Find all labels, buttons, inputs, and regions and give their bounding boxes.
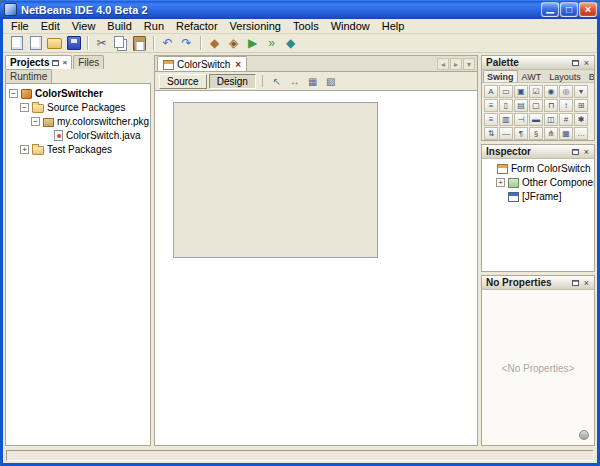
open-project-icon[interactable] [45, 35, 64, 52]
buttongroup-icon[interactable]: ◎ [559, 85, 573, 98]
jspinner-icon[interactable]: ⇅ [484, 127, 498, 140]
jtree-icon[interactable]: ⋔ [544, 127, 558, 140]
project-node-colorswitcher[interactable]: −ColorSwitcher [6, 86, 150, 100]
close-button[interactable]: × [579, 2, 597, 17]
run-file-icon[interactable]: » [262, 35, 281, 52]
jformattedtextfield-icon[interactable]: # [559, 113, 573, 126]
toggle-my-colorswitcher-pkg-icon[interactable]: − [31, 117, 40, 126]
view-design-button[interactable]: Design [209, 74, 256, 89]
preview-design-icon[interactable]: ▦ [305, 74, 321, 88]
view-source-button[interactable]: Source [159, 74, 207, 89]
run-main-project-icon[interactable]: ▶ [243, 35, 262, 52]
palette-tab-awt[interactable]: AWT [518, 70, 546, 82]
paste-icon[interactable] [130, 35, 149, 52]
jradiobutton-icon[interactable]: ◉ [544, 85, 558, 98]
jbutton-icon[interactable]: ▭ [499, 85, 513, 98]
jeditorpane-icon[interactable]: § [529, 127, 543, 140]
close-window-icon[interactable]: × [581, 277, 592, 288]
palette-header[interactable]: Palette × [482, 56, 594, 70]
maximize-button[interactable]: □ [560, 2, 578, 17]
jcombobox-icon[interactable]: ▾ [574, 85, 588, 98]
tab-list-icon[interactable]: ▾ [463, 58, 475, 70]
jcheckbox-icon[interactable]: ☑ [529, 85, 543, 98]
jtable-icon[interactable]: ▦ [559, 127, 573, 140]
close-tab-icon[interactable]: × [62, 59, 67, 67]
toggle-source-packages-icon[interactable]: − [20, 103, 29, 112]
jscrollpane-icon[interactable]: ⊞ [574, 99, 588, 112]
menu-item-refactor[interactable]: Refactor [170, 20, 224, 32]
jslider-icon[interactable]: ⊣ [514, 113, 528, 126]
jtogglebutton-icon[interactable]: ▣ [514, 85, 528, 98]
show-grid-icon[interactable]: ▧ [323, 74, 339, 88]
menu-item-file[interactable]: File [5, 20, 35, 32]
inspector-node-jframe[interactable]: [JFrame] [482, 189, 594, 203]
jpanel-icon[interactable]: ▢ [529, 99, 543, 112]
build-main-project-icon[interactable]: ◆ [205, 35, 224, 52]
cut-icon[interactable]: ✂ [92, 35, 111, 52]
jmenubar-icon[interactable]: ≡ [484, 113, 498, 126]
float-window-icon[interactable] [570, 57, 581, 68]
toggle-other-components-icon[interactable]: + [496, 178, 505, 187]
jsplitpane-icon[interactable]: ◫ [544, 113, 558, 126]
jpopupmenu-icon[interactable]: ▥ [499, 113, 513, 126]
palette-tab-layouts[interactable]: Layouts [545, 70, 585, 82]
inspector-node-form-colorswitch[interactable]: Form ColorSwitch [482, 161, 594, 175]
close-tab-icon[interactable]: × [235, 59, 241, 70]
menu-item-build[interactable]: Build [101, 20, 137, 32]
menu-item-versioning[interactable]: Versioning [224, 20, 287, 32]
toggle-colorswitcher-icon[interactable]: − [9, 89, 18, 98]
selection-mode-icon[interactable]: ↖ [269, 74, 285, 88]
editor-tab-colorswitch[interactable]: ColorSwitch × [157, 56, 247, 71]
connection-mode-icon[interactable]: ↔ [287, 74, 303, 88]
undo-icon[interactable]: ↶ [158, 35, 177, 52]
palette-tab-swing[interactable]: Swing [483, 70, 518, 82]
new-file-icon[interactable] [7, 35, 26, 52]
scroll-tabs-left-icon[interactable]: ◂ [437, 58, 449, 70]
minimize-button[interactable]: ▁ [541, 2, 559, 17]
explorer-tab-projects[interactable]: Projects× [5, 55, 72, 69]
inspector-header[interactable]: Inspector × [482, 145, 594, 159]
jtextarea-icon[interactable]: ▤ [514, 99, 528, 112]
jtextfield-icon[interactable]: ▯ [499, 99, 513, 112]
jscrollbar-icon[interactable]: ↕ [559, 99, 573, 112]
copy-icon[interactable] [111, 35, 130, 52]
project-node-my-colorswitcher-pkg[interactable]: −my.colorswitcher.pkg [6, 114, 150, 128]
save-all-icon[interactable] [64, 35, 83, 52]
toggle-test-packages-icon[interactable]: + [20, 145, 29, 154]
float-window-icon[interactable] [570, 277, 581, 288]
close-window-icon[interactable]: × [581, 146, 592, 157]
jtoolbar-icon[interactable]: … [574, 127, 588, 140]
title-bar[interactable]: NetBeans IDE 4.0 Beta 2 ▁ □ × [0, 0, 600, 19]
menu-item-window[interactable]: Window [325, 20, 376, 32]
properties-header[interactable]: No Properties × [482, 276, 594, 290]
project-node-source-packages[interactable]: −Source Packages [6, 100, 150, 114]
jframe-design-surface[interactable] [173, 102, 378, 258]
jtextpane-icon[interactable]: ¶ [514, 127, 528, 140]
jseparator-icon[interactable]: — [499, 127, 513, 140]
jtabbedpane-icon[interactable]: ⊓ [544, 99, 558, 112]
explorer-tab-runtime[interactable]: Runtime [5, 69, 52, 83]
menu-item-view[interactable]: View [66, 20, 102, 32]
close-window-icon[interactable]: × [581, 57, 592, 68]
debug-main-project-icon[interactable]: ◆ [281, 35, 300, 52]
jprogressbar-icon[interactable]: ▬ [529, 113, 543, 126]
redo-icon[interactable]: ↷ [177, 35, 196, 52]
design-canvas[interactable] [155, 91, 477, 445]
jpasswordfield-icon[interactable]: ✱ [574, 113, 588, 126]
new-project-icon[interactable] [26, 35, 45, 52]
float-tab-icon[interactable] [52, 60, 59, 66]
palette-tab-beans[interactable]: Beans [585, 70, 595, 82]
menu-item-run[interactable]: Run [138, 20, 170, 32]
help-circle-icon[interactable] [579, 430, 589, 440]
project-node-colorswitch-java[interactable]: ColorSwitch.java [6, 128, 150, 142]
menu-item-edit[interactable]: Edit [35, 20, 66, 32]
project-node-test-packages[interactable]: +Test Packages [6, 142, 150, 156]
menu-item-tools[interactable]: Tools [287, 20, 325, 32]
float-window-icon[interactable] [570, 146, 581, 157]
menu-item-help[interactable]: Help [376, 20, 411, 32]
scroll-tabs-right-icon[interactable]: ▸ [450, 58, 462, 70]
inspector-node-other-components[interactable]: +Other Components [482, 175, 594, 189]
jlabel-icon[interactable]: A [484, 85, 498, 98]
explorer-tab-files[interactable]: Files [73, 55, 104, 69]
jlist-icon[interactable]: ≡ [484, 99, 498, 112]
